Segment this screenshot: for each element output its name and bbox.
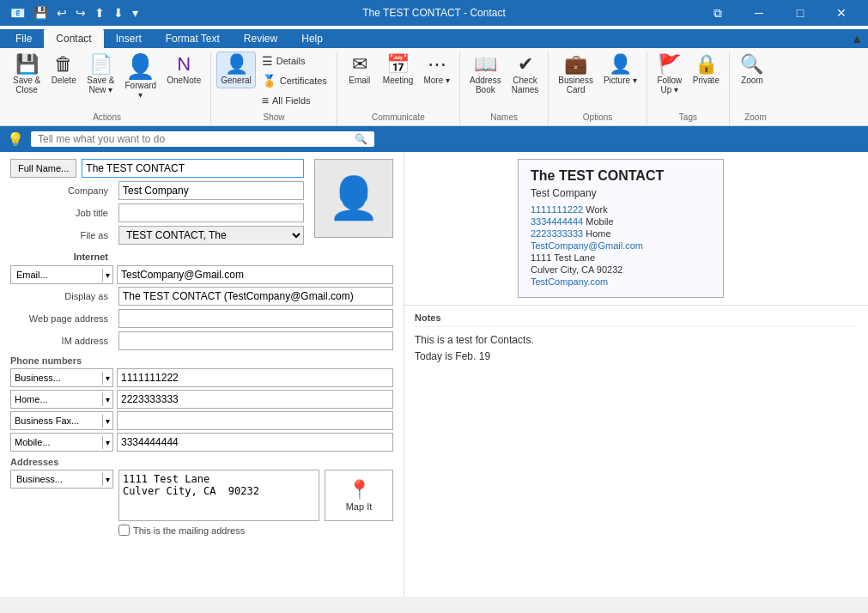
email-button[interactable]: ✉ Email bbox=[343, 52, 377, 88]
redo-button[interactable]: ↪ bbox=[72, 4, 89, 21]
card-company: Test Company bbox=[531, 187, 711, 199]
customize-qat-button[interactable]: ▾ bbox=[129, 4, 142, 21]
phone-type-button-1[interactable]: Home... ▾ bbox=[10, 390, 113, 409]
follow-up-button[interactable]: 🚩 FollowUp ▾ bbox=[653, 52, 687, 98]
address-section-label: Addresses bbox=[10, 457, 393, 467]
ribbon-collapse-button[interactable]: ▲ bbox=[846, 29, 868, 48]
display-as-row: Display as bbox=[10, 287, 393, 306]
certificates-icon: 🏅 bbox=[262, 74, 276, 88]
app-icon[interactable]: 📧 bbox=[7, 4, 28, 21]
display-as-label: Display as bbox=[10, 291, 113, 301]
card-website[interactable]: TestCompany.com bbox=[531, 276, 711, 287]
title-bar: 📧 💾 ↩ ↪ ⬆ ⬇ ▾ The TEST CONTACT - Contact… bbox=[0, 0, 868, 26]
save-new-icon: 📄 bbox=[89, 55, 112, 74]
mailing-checkbox[interactable] bbox=[118, 525, 130, 536]
search-input-wrapper[interactable]: 🔍 bbox=[31, 131, 374, 147]
phone-type-button-3[interactable]: Mobile... ▾ bbox=[10, 433, 113, 452]
web-page-input[interactable] bbox=[118, 309, 393, 328]
phone-input-1[interactable] bbox=[117, 390, 393, 409]
card-name: The TEST CONTACT bbox=[531, 168, 711, 184]
all-fields-button[interactable]: ≡ All Fields bbox=[258, 91, 331, 110]
actions-group-label: Actions bbox=[9, 110, 205, 125]
save-new-button[interactable]: 📄 Save &New ▾ bbox=[82, 52, 118, 98]
im-label: IM address bbox=[10, 336, 113, 346]
map-it-button[interactable]: 📍 Map It bbox=[325, 470, 393, 521]
address-textarea[interactable]: 1111 Test Lane Culver City, CA 90232 bbox=[118, 470, 319, 521]
company-input[interactable] bbox=[118, 181, 304, 200]
tab-insert[interactable]: Insert bbox=[104, 29, 154, 48]
ribbon-group-zoom: 🔍 Zoom Zoom bbox=[730, 52, 781, 125]
phone-btn-label-3: Mobile... bbox=[11, 435, 102, 449]
check-names-button[interactable]: ✔ CheckNames bbox=[507, 52, 543, 98]
phone-arrow-0: ▾ bbox=[102, 372, 112, 385]
search-input[interactable] bbox=[38, 133, 349, 145]
company-label: Company bbox=[10, 185, 113, 196]
address-book-button[interactable]: 📖 AddressBook bbox=[465, 52, 506, 98]
card-area: The TEST CONTACT Test Company 1111111222… bbox=[404, 152, 868, 305]
upload-button[interactable]: ⬆ bbox=[91, 4, 108, 21]
address-type-button[interactable]: Business... ▾ bbox=[10, 470, 113, 489]
tab-contact[interactable]: Contact bbox=[44, 29, 103, 48]
notes-line1: This is a test for Contacts. bbox=[415, 332, 858, 349]
undo-button[interactable]: ↩ bbox=[53, 4, 70, 21]
tab-review[interactable]: Review bbox=[232, 29, 289, 48]
business-card: The TEST CONTACT Test Company 1111111222… bbox=[518, 159, 724, 298]
phone-row-2: Business Fax... ▾ bbox=[10, 411, 393, 430]
save-qat-button[interactable]: 💾 bbox=[30, 4, 52, 21]
download-button[interactable]: ⬇ bbox=[110, 4, 127, 21]
business-card-button[interactable]: 💼 BusinessCard bbox=[554, 52, 598, 98]
full-name-button[interactable]: Full Name... bbox=[10, 159, 76, 178]
phone-type-button-0[interactable]: Business... ▾ bbox=[10, 368, 113, 387]
file-as-label: File as bbox=[10, 230, 113, 240]
full-name-input[interactable] bbox=[82, 159, 304, 178]
forward-button[interactable]: 👤 Forward▾ bbox=[121, 52, 161, 103]
zoom-button[interactable]: 🔍 Zoom bbox=[735, 52, 769, 88]
onenote-icon: N bbox=[177, 55, 191, 74]
phone-input-2[interactable] bbox=[117, 411, 393, 430]
im-input[interactable] bbox=[118, 331, 393, 350]
phone-input-3[interactable] bbox=[117, 433, 393, 452]
meeting-icon: 📅 bbox=[386, 55, 410, 74]
card-email[interactable]: TestCompany@Gmail.com bbox=[531, 240, 711, 251]
web-page-row: Web page address bbox=[10, 309, 393, 328]
onenote-button[interactable]: N OneNote bbox=[162, 52, 205, 88]
save-close-button[interactable]: 💾 Save &Close bbox=[9, 52, 45, 98]
email-type-button[interactable]: Email... ▾ bbox=[10, 265, 113, 284]
details-icon: ☰ bbox=[262, 54, 273, 68]
email-btn-label: Email... bbox=[11, 268, 102, 282]
job-title-input[interactable] bbox=[118, 203, 304, 222]
file-as-select[interactable]: TEST CONTACT, The The TEST CONTACT bbox=[118, 226, 304, 245]
tab-file[interactable]: File bbox=[3, 29, 44, 48]
map-icon: 📍 bbox=[348, 479, 371, 501]
more-button[interactable]: ⋯ More ▾ bbox=[419, 52, 454, 88]
email-input[interactable] bbox=[117, 265, 393, 284]
tab-help[interactable]: Help bbox=[289, 29, 335, 48]
company-row: Company bbox=[10, 181, 304, 200]
meeting-button[interactable]: 📅 Meeting bbox=[379, 52, 418, 88]
close-button[interactable]: ✕ bbox=[822, 0, 861, 26]
phone-input-0[interactable] bbox=[117, 368, 393, 387]
full-name-row: Full Name... bbox=[10, 159, 304, 178]
details-button[interactable]: ☰ Details bbox=[258, 52, 331, 70]
minimize-button[interactable]: ─ bbox=[739, 0, 779, 26]
window-controls: ⧉ ─ □ ✕ bbox=[698, 0, 861, 26]
search-icon: 🔍 bbox=[355, 133, 367, 145]
restore-button[interactable]: ⧉ bbox=[698, 0, 737, 26]
private-button[interactable]: 🔒 Private bbox=[689, 52, 724, 88]
phone-type-button-2[interactable]: Business Fax... ▾ bbox=[10, 411, 113, 430]
names-group-label: Names bbox=[465, 110, 543, 125]
maximize-button[interactable]: □ bbox=[780, 0, 820, 26]
check-names-icon: ✔ bbox=[518, 55, 533, 74]
name-section: Full Name... Company Job title File as bbox=[10, 159, 304, 248]
ribbon-group-names-items: 📖 AddressBook ✔ CheckNames bbox=[465, 52, 543, 110]
card-address1: 1111 Test Lane bbox=[531, 252, 711, 263]
ribbon-content: 💾 Save &Close 🗑 Delete 📄 Save &New ▾ 👤 F… bbox=[0, 48, 868, 125]
tab-format-text[interactable]: Format Text bbox=[154, 29, 232, 48]
display-as-input[interactable] bbox=[118, 287, 393, 306]
picture-button[interactable]: 👤 Picture ▾ bbox=[599, 52, 641, 88]
general-button[interactable]: 👤 General bbox=[216, 52, 256, 88]
certificates-button[interactable]: 🏅 Certificates bbox=[258, 71, 331, 90]
email-icon: ✉ bbox=[352, 55, 367, 74]
delete-button[interactable]: 🗑 Delete bbox=[46, 52, 81, 88]
ribbon-group-options-items: 💼 BusinessCard 👤 Picture ▾ bbox=[554, 52, 640, 110]
